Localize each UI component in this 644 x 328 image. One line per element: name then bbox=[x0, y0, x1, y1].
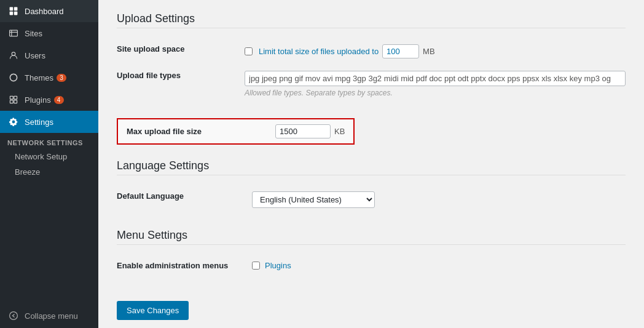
menu-settings-table: Enable administration menus Plugins bbox=[117, 255, 626, 276]
svg-point-12 bbox=[10, 312, 18, 320]
sidebar-sub-item-breeze[interactable]: Breeze bbox=[0, 164, 98, 180]
upload-file-types-input[interactable] bbox=[245, 71, 626, 86]
sidebar: Dashboard Sites Users Themes 3 Plugins 4… bbox=[0, 0, 98, 328]
max-upload-section: Max upload file size KB bbox=[117, 118, 626, 145]
save-changes-button[interactable]: Save Changes bbox=[117, 301, 189, 320]
svg-rect-2 bbox=[10, 12, 14, 15]
plugins-checkbox[interactable] bbox=[252, 262, 260, 270]
upload-space-controls: Limit total size of files uploaded to MB bbox=[245, 44, 626, 58]
collapse-menu-label: Collapse menu bbox=[25, 311, 78, 321]
svg-rect-11 bbox=[14, 100, 17, 103]
site-upload-space-row: Site upload space Limit total size of fi… bbox=[117, 38, 626, 65]
sidebar-item-themes-label: Themes bbox=[25, 73, 53, 82]
sidebar-item-plugins-label: Plugins bbox=[25, 95, 51, 105]
network-settings-section: Network Settings bbox=[0, 133, 98, 149]
max-upload-size-input[interactable] bbox=[275, 124, 331, 138]
main-content: Upload Settings Site upload space Limit … bbox=[98, 0, 644, 328]
sites-icon bbox=[7, 27, 20, 39]
sidebar-item-sites-label: Sites bbox=[25, 29, 42, 38]
plugins-checkbox-text: Plugins bbox=[265, 261, 291, 270]
settings-icon bbox=[7, 116, 20, 128]
sidebar-item-settings[interactable]: Settings bbox=[0, 111, 98, 133]
enable-admin-menus-row: Enable administration menus Plugins bbox=[117, 255, 626, 276]
upload-settings-table: Site upload space Limit total size of fi… bbox=[117, 38, 626, 103]
language-settings-sep bbox=[117, 175, 626, 175]
svg-rect-9 bbox=[14, 96, 17, 99]
svg-rect-10 bbox=[10, 100, 13, 103]
sidebar-item-dashboard[interactable]: Dashboard bbox=[0, 0, 98, 22]
svg-rect-8 bbox=[10, 96, 13, 99]
themes-badge: 3 bbox=[57, 74, 66, 82]
sidebar-item-dashboard-label: Dashboard bbox=[25, 7, 64, 16]
sidebar-item-users-label: Users bbox=[25, 51, 45, 60]
upload-file-types-label: Upload file types bbox=[117, 65, 245, 103]
dashboard-icon bbox=[7, 5, 20, 17]
upload-settings-title: Upload Settings bbox=[117, 12, 626, 25]
sidebar-item-themes[interactable]: Themes 3 bbox=[0, 66, 98, 89]
svg-rect-4 bbox=[10, 30, 18, 36]
menu-settings-sep bbox=[117, 244, 626, 245]
language-settings-title: Language Settings bbox=[117, 159, 626, 172]
upload-file-types-hint: Allowed file types. Separate types by sp… bbox=[245, 89, 626, 97]
limit-unit: MB bbox=[423, 47, 435, 56]
max-upload-size-controls: KB bbox=[275, 124, 345, 138]
upload-settings-sep bbox=[117, 28, 626, 28]
default-language-label: Default Language bbox=[117, 185, 252, 214]
sidebar-item-users[interactable]: Users bbox=[0, 44, 98, 66]
plugins-badge: 4 bbox=[54, 96, 64, 104]
max-upload-highlight-box: Max upload file size KB bbox=[117, 118, 355, 145]
default-language-row: Default Language English (United States)… bbox=[117, 185, 626, 214]
site-upload-space-label: Site upload space bbox=[117, 38, 245, 65]
themes-icon bbox=[7, 71, 20, 84]
svg-rect-0 bbox=[10, 7, 14, 11]
max-upload-size-label: Max upload file size bbox=[127, 127, 226, 136]
sidebar-item-settings-label: Settings bbox=[25, 118, 53, 127]
users-icon bbox=[7, 49, 20, 62]
plugins-checkbox-label: Plugins bbox=[252, 261, 626, 270]
language-settings-table: Default Language English (United States)… bbox=[117, 185, 626, 214]
limit-checkbox-label: Limit total size of files uploaded to bbox=[259, 47, 379, 56]
sidebar-item-plugins[interactable]: Plugins 4 bbox=[0, 89, 98, 111]
svg-rect-1 bbox=[14, 7, 18, 11]
upload-file-types-row: Upload file types Allowed file types. Se… bbox=[117, 65, 626, 103]
max-upload-size-unit: KB bbox=[334, 127, 345, 136]
limit-upload-checkbox[interactable] bbox=[245, 47, 253, 55]
collapse-menu[interactable]: Collapse menu bbox=[0, 303, 98, 328]
collapse-icon bbox=[7, 310, 20, 322]
limit-value-input[interactable] bbox=[382, 44, 419, 58]
sidebar-item-sites[interactable]: Sites bbox=[0, 22, 98, 44]
plugins-icon bbox=[7, 94, 20, 106]
sidebar-sub-item-network-setup[interactable]: Network Setup bbox=[0, 149, 98, 164]
default-language-select[interactable]: English (United States) English (UK) Fre… bbox=[252, 191, 375, 208]
menu-settings-title: Menu Settings bbox=[117, 229, 626, 242]
svg-rect-3 bbox=[14, 12, 18, 15]
enable-admin-menus-label: Enable administration menus bbox=[117, 255, 252, 276]
